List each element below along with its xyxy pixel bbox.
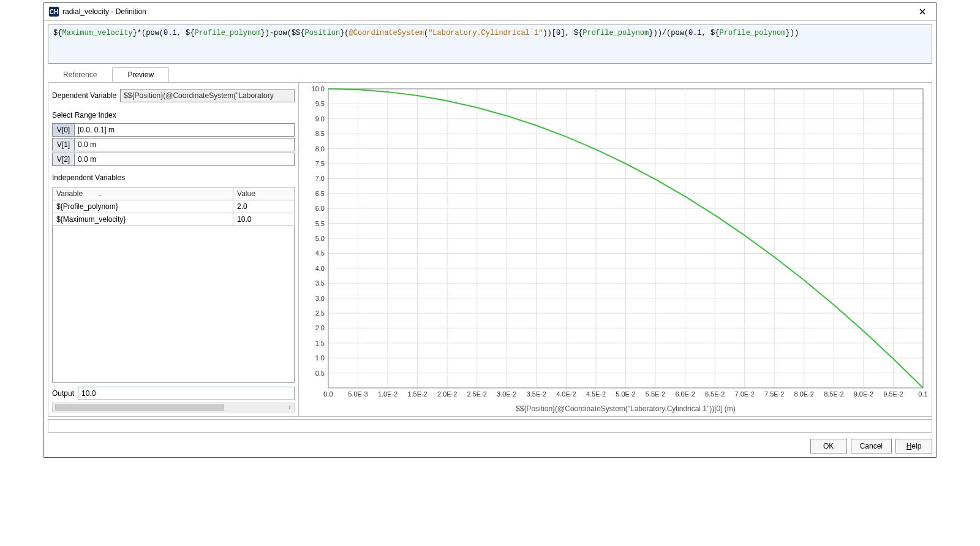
svg-text:8.0: 8.0 — [315, 145, 325, 152]
svg-text:4.5E-2: 4.5E-2 — [586, 390, 606, 398]
svg-text:5.5E-2: 5.5E-2 — [646, 390, 665, 398]
dependent-variable-row: Dependent Variable $${Position}(@Coordin… — [52, 89, 295, 102]
tab-preview[interactable]: Preview — [112, 67, 169, 82]
col-value[interactable]: Value — [233, 187, 295, 200]
svg-text:5.0E-2: 5.0E-2 — [616, 390, 635, 398]
range-entry-1[interactable]: V[1]0.0 m — [52, 138, 295, 151]
range-index: V[0] — [53, 124, 75, 136]
svg-text:1.5: 1.5 — [315, 339, 325, 346]
svg-text:3.5E-2: 3.5E-2 — [527, 390, 546, 398]
svg-text:3.5: 3.5 — [315, 279, 325, 287]
dependent-variable-label: Dependent Variable — [52, 91, 116, 100]
cancel-button[interactable]: Cancel — [851, 439, 892, 453]
output-row: Output 10.0 — [52, 387, 295, 400]
window-title: radial_velocity - Definition — [62, 7, 914, 16]
range-index-label: Select Range Index — [52, 111, 295, 119]
plot-pane: 0.51.01.52.02.53.03.54.04.55.05.56.06.57… — [299, 83, 932, 417]
output-value: 10.0 — [78, 387, 295, 400]
cell-variable: ${Profile_polynom} — [53, 200, 233, 213]
svg-text:0.1: 0.1 — [918, 390, 927, 398]
range-index: V[2] — [53, 153, 75, 165]
content-area: Dependent Variable $${Position}(@Coordin… — [48, 82, 932, 417]
svg-text:2.5E-2: 2.5E-2 — [467, 390, 487, 398]
cell-value[interactable]: 10.0 — [233, 213, 295, 226]
range-value[interactable]: 0.0 m — [75, 138, 294, 151]
svg-text:4.5: 4.5 — [315, 249, 325, 257]
svg-text:1.0: 1.0 — [315, 354, 325, 362]
scroll-thumb[interactable] — [55, 404, 224, 411]
svg-text:3.0: 3.0 — [315, 294, 325, 301]
table-body-empty-area — [52, 226, 295, 383]
svg-text:1.5E-2: 1.5E-2 — [407, 390, 427, 398]
svg-text:7.5: 7.5 — [315, 160, 325, 167]
range-index: V[1] — [53, 138, 75, 151]
svg-text:4.0: 4.0 — [315, 264, 325, 271]
plot-area[interactable]: 0.51.01.52.02.53.03.54.04.55.05.56.06.57… — [300, 84, 930, 415]
svg-text:7.0E-2: 7.0E-2 — [735, 390, 755, 398]
button-row: OK Cancel Help — [44, 435, 936, 457]
svg-text:6.5E-2: 6.5E-2 — [705, 390, 725, 398]
horizontal-scrollbar[interactable]: ‹ › — [52, 403, 295, 412]
close-icon — [919, 9, 925, 15]
tabbar: Reference Preview — [48, 67, 932, 82]
svg-text:8.5: 8.5 — [315, 130, 325, 137]
app-icon: CH — [49, 7, 59, 17]
svg-text:5.0E-3: 5.0E-3 — [348, 390, 368, 398]
svg-text:6.5: 6.5 — [315, 189, 325, 197]
range-value[interactable]: [0.0, 0.1] m — [75, 124, 294, 136]
svg-text:7.5E-2: 7.5E-2 — [764, 390, 784, 398]
close-button[interactable] — [914, 6, 931, 18]
svg-text:1.0E-2: 1.0E-2 — [378, 390, 398, 398]
svg-text:9.5: 9.5 — [315, 100, 325, 107]
titlebar: CH radial_velocity - Definition — [44, 3, 936, 21]
svg-text:9.0: 9.0 — [315, 115, 325, 122]
svg-text:4.0E-2: 4.0E-2 — [556, 390, 576, 398]
range-entry-2[interactable]: V[2]0.0 m — [52, 153, 295, 166]
tab-reference[interactable]: Reference — [48, 67, 112, 82]
dependent-variable-value: $${Position}(@CoordinateSystem("Laborato… — [120, 89, 295, 102]
table-row[interactable]: ${Profile_polynom}2.0 — [53, 200, 295, 213]
cell-variable: ${Maximum_velocity} — [53, 213, 233, 226]
range-index-list: V[0][0.0, 0.1] mV[1]0.0 mV[2]0.0 m — [52, 122, 295, 167]
scroll-right-icon[interactable]: › — [285, 403, 294, 412]
col-variable[interactable]: Variable⌄ — [53, 187, 233, 200]
range-value[interactable]: 0.0 m — [75, 153, 294, 165]
formula-editor[interactable]: ${Maximum_velocity}*(pow(0.1, ${Profile_… — [48, 25, 932, 64]
svg-text:2.0: 2.0 — [315, 324, 325, 332]
svg-text:6.0: 6.0 — [315, 205, 325, 212]
svg-text:5.0: 5.0 — [315, 235, 325, 242]
output-label: Output — [52, 389, 74, 398]
svg-text:9.5E-2: 9.5E-2 — [883, 390, 903, 398]
svg-text:3.0E-2: 3.0E-2 — [497, 390, 516, 398]
svg-text:$${Position}(@CoordinateSystem: $${Position}(@CoordinateSystem("Laborato… — [516, 404, 736, 413]
independent-variables-table: Variable⌄ Value ${Profile_polynom}2.0${M… — [52, 187, 295, 226]
svg-text:9.0E-2: 9.0E-2 — [854, 390, 873, 398]
svg-text:8.5E-2: 8.5E-2 — [824, 390, 843, 398]
svg-text:2.5: 2.5 — [315, 309, 325, 317]
svg-text:10.0: 10.0 — [312, 85, 325, 93]
svg-text:5.5: 5.5 — [315, 219, 325, 227]
svg-text:0.0: 0.0 — [323, 390, 333, 398]
svg-text:0.5: 0.5 — [315, 369, 325, 376]
definition-dialog: CH radial_velocity - Definition ${Maximu… — [43, 2, 937, 458]
cell-value[interactable]: 2.0 — [233, 200, 295, 213]
svg-text:8.0E-2: 8.0E-2 — [794, 390, 814, 398]
svg-text:6.0E-2: 6.0E-2 — [675, 390, 695, 398]
ok-button[interactable]: OK — [810, 439, 847, 453]
message-bar — [48, 419, 932, 433]
left-pane: Dependent Variable $${Position}(@Coordin… — [48, 83, 299, 417]
svg-text:2.0E-2: 2.0E-2 — [437, 390, 457, 398]
independent-variables-label: Independent Variables — [52, 173, 295, 182]
help-button[interactable]: Help — [895, 439, 932, 453]
table-row[interactable]: ${Maximum_velocity}10.0 — [53, 213, 295, 226]
range-entry-0[interactable]: V[0][0.0, 0.1] m — [52, 123, 295, 137]
svg-text:7.0: 7.0 — [315, 175, 325, 182]
